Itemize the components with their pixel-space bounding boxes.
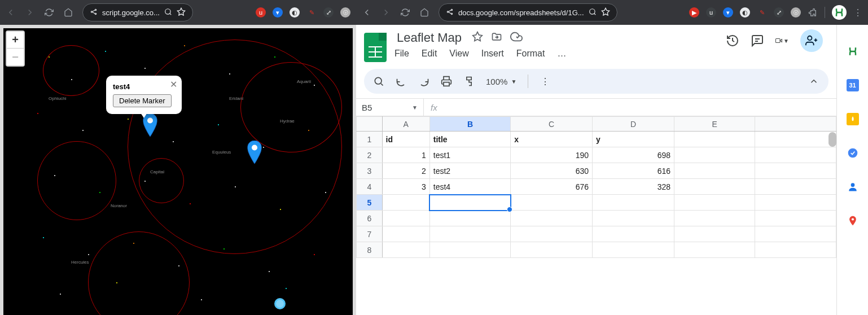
back-button[interactable] (362, 7, 372, 18)
cell[interactable]: 1 (382, 147, 429, 163)
tasks-icon[interactable] (847, 147, 859, 159)
keep-icon[interactable] (847, 113, 859, 125)
popup-close-button[interactable]: ✕ (170, 79, 177, 90)
star-icon[interactable] (601, 7, 610, 18)
menu-view[interactable]: View (449, 49, 468, 59)
maps-icon[interactable] (847, 215, 859, 227)
cell[interactable] (511, 211, 593, 226)
cell[interactable] (382, 226, 429, 242)
ext-icon-6[interactable]: ⦾ (340, 7, 350, 18)
selected-cell[interactable] (429, 195, 510, 211)
cell[interactable] (511, 195, 593, 211)
menu-file[interactable]: File (394, 49, 409, 59)
cell[interactable] (674, 211, 755, 226)
cell[interactable] (674, 179, 755, 195)
col-header-e[interactable]: E (674, 117, 755, 132)
url-bar-left[interactable]: script.google.co... (82, 3, 193, 21)
col-header-f[interactable] (755, 117, 836, 132)
cell[interactable]: 2 (382, 163, 429, 179)
star-icon[interactable] (177, 7, 186, 18)
ext-icon[interactable]: ⦾ (791, 7, 801, 18)
cell[interactable] (593, 226, 674, 242)
row-header[interactable]: 2 (357, 147, 383, 163)
back-button[interactable] (6, 7, 16, 18)
cell[interactable] (429, 242, 510, 258)
paint-format-icon[interactable] (463, 76, 475, 87)
more-tools-icon[interactable]: ⋮ (540, 76, 551, 87)
sheets-logo-icon[interactable] (364, 33, 387, 62)
reload-button[interactable] (400, 7, 410, 18)
col-header-d[interactable]: D (593, 117, 674, 132)
menu-edit[interactable]: Edit (422, 49, 437, 59)
row-header[interactable]: 6 (357, 211, 383, 226)
col-header-b[interactable]: B (429, 117, 510, 132)
site-settings-icon[interactable] (90, 8, 98, 18)
cell[interactable] (755, 179, 836, 195)
menu-more[interactable]: … (557, 49, 566, 59)
map-marker[interactable] (248, 141, 262, 164)
ext-icon[interactable]: ⤢ (774, 7, 784, 18)
ext-icon[interactable]: ▶ (689, 7, 699, 18)
cell[interactable] (755, 242, 836, 258)
ext-icon[interactable]: ◐ (740, 7, 750, 18)
ext-icon[interactable]: ▾ (723, 7, 733, 18)
cell[interactable] (674, 242, 755, 258)
cell[interactable]: 616 (593, 163, 674, 179)
menu-format[interactable]: Format (516, 49, 545, 59)
site-settings-icon[interactable] (446, 8, 454, 18)
cell[interactable] (755, 147, 836, 163)
meet-icon[interactable]: ▼ (775, 34, 789, 47)
cell[interactable]: test2 (429, 163, 510, 179)
profile-avatar[interactable] (832, 5, 847, 20)
ext-icon-3[interactable]: ◐ (290, 7, 300, 18)
comment-icon[interactable] (751, 34, 764, 47)
cell[interactable] (511, 226, 593, 242)
cell[interactable]: id (382, 132, 429, 147)
ext-icon-1[interactable]: u (256, 7, 266, 18)
extensions-icon[interactable] (808, 7, 818, 18)
home-button[interactable] (419, 7, 429, 18)
cell[interactable]: 328 (593, 179, 674, 195)
row-header[interactable]: 3 (357, 163, 383, 179)
cell[interactable]: test1 (429, 147, 510, 163)
cell[interactable] (593, 195, 674, 211)
select-all-corner[interactable] (357, 117, 383, 132)
cell[interactable]: 676 (511, 179, 593, 195)
row-header[interactable]: 4 (357, 179, 383, 195)
history-icon[interactable] (726, 34, 739, 47)
cell[interactable] (674, 195, 755, 211)
zoom-out-button[interactable]: − (7, 49, 24, 65)
home-button[interactable] (63, 7, 73, 18)
row-header[interactable]: 5 (357, 195, 383, 211)
undo-icon[interactable] (396, 76, 407, 87)
document-title[interactable]: Leaflet Map (394, 29, 464, 46)
cell[interactable]: 3 (382, 179, 429, 195)
share-button[interactable] (800, 29, 823, 52)
cell[interactable] (593, 242, 674, 258)
fx-icon[interactable]: fx (424, 99, 444, 116)
menu-insert[interactable]: Insert (481, 49, 504, 59)
zoom-icon[interactable] (164, 8, 172, 18)
cell[interactable]: 630 (511, 163, 593, 179)
cell[interactable] (382, 195, 429, 211)
ext-icon-4[interactable]: ✎ (306, 7, 317, 18)
row-header[interactable]: 1 (357, 132, 383, 147)
cell-reference[interactable]: B5▼ (356, 99, 424, 116)
cell[interactable]: 190 (511, 147, 593, 163)
row-header[interactable]: 8 (357, 242, 383, 258)
cell[interactable] (755, 211, 836, 226)
delete-marker-button[interactable]: Delete Marker (113, 94, 172, 107)
cell[interactable]: title (429, 132, 510, 147)
ext-icon-5[interactable]: ⤢ (323, 7, 334, 18)
col-header-c[interactable]: C (511, 117, 593, 132)
cloud-icon[interactable] (510, 30, 523, 45)
cell[interactable] (755, 226, 836, 242)
forward-button[interactable] (381, 7, 391, 18)
cell[interactable] (429, 211, 510, 226)
collapse-toolbar-icon[interactable] (808, 76, 819, 87)
row-header[interactable]: 7 (357, 226, 383, 242)
col-header-a[interactable]: A (382, 117, 429, 132)
cell[interactable] (674, 163, 755, 179)
ext-icon[interactable]: ✎ (757, 7, 767, 18)
redo-icon[interactable] (418, 76, 429, 87)
